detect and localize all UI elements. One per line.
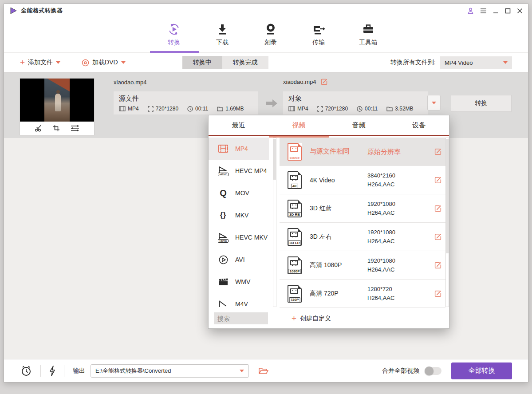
source-duration: 00:11: [187, 106, 208, 112]
output-label: 输出: [73, 367, 85, 375]
4k-badge-icon: 4K: [288, 171, 302, 189]
format-list-scrollbar[interactable]: [273, 138, 276, 307]
edit-preset-icon[interactable]: [434, 261, 442, 269]
output-format-value: MP4 Video: [445, 59, 473, 66]
tab-audio[interactable]: 音频: [329, 115, 389, 135]
format-list: MP4 HEVC HEVC MP4 Q MOV {}: [209, 138, 269, 307]
rename-edit-icon[interactable]: [320, 78, 328, 86]
tab-transfer-label: 传输: [300, 39, 337, 47]
output-path-dropdown[interactable]: [91, 364, 249, 378]
load-dvd-button[interactable]: 加载DVD: [82, 59, 126, 67]
tab-converted[interactable]: 转换完成: [222, 56, 268, 69]
plus-icon: +: [292, 315, 296, 322]
user-account-icon[interactable]: [467, 8, 474, 14]
divider: [40, 365, 41, 377]
format-item-hevc-mp4[interactable]: HEVC HEVC MP4: [209, 160, 269, 182]
convert-button[interactable]: 转换: [451, 95, 512, 112]
format-item-mov[interactable]: Q MOV: [209, 182, 269, 204]
preset-list-scrollbar[interactable]: [445, 138, 449, 307]
m4v-icon: [218, 300, 228, 307]
create-custom-label: 创建自定义: [300, 315, 331, 323]
menu-icon[interactable]: [480, 8, 487, 14]
preset-name: 高清 1080P: [310, 261, 367, 269]
app-logo-icon: [9, 7, 17, 15]
3d-rb-badge-icon: 3D RB: [288, 200, 302, 217]
create-custom-button[interactable]: + 创建自定义: [292, 315, 331, 323]
preset-name: 与源文件相同: [310, 147, 367, 156]
hevc-badge: HEVC: [218, 173, 229, 176]
minimize-icon[interactable]: [493, 8, 499, 14]
tab-video[interactable]: 视频: [269, 115, 329, 135]
target-resolution: 720*1280: [317, 106, 348, 112]
app-title: 全能格式转换器: [21, 7, 63, 15]
source-info-panel: 源文件 MP4 720*1280: [114, 91, 258, 114]
clock-icon: [357, 106, 363, 112]
maximize-icon[interactable]: [505, 8, 511, 14]
format-item-wmv[interactable]: WMV: [209, 271, 269, 293]
source-panel-title: 源文件: [119, 95, 253, 103]
chevron-down-icon: [503, 61, 508, 64]
convert-status-tabs: 转换中 转换完成: [182, 56, 268, 69]
preset-4k-video[interactable]: 4K 4K Video 3840*2160H264,AAC: [280, 166, 445, 194]
format-item-mp4[interactable]: MP4: [209, 138, 269, 160]
preset-specs: 1280*720H264,AAC: [367, 285, 425, 303]
format-search-input[interactable]: [214, 312, 268, 324]
tab-converting[interactable]: 转换中: [182, 56, 222, 69]
trim-scissors-icon[interactable]: [35, 125, 42, 132]
tab-burn[interactable]: 刻录: [252, 23, 289, 47]
format-picker-tabs: 最近 视频 音频 设备: [209, 115, 449, 136]
format-item-hevc-mkv[interactable]: HEVC HEVC MKV: [209, 226, 269, 248]
scrollbar-thumb[interactable]: [446, 139, 449, 253]
preset-hd-720p[interactable]: 720P 高清 720P 1280*720H264,AAC: [280, 280, 445, 308]
format-item-m4v[interactable]: M4V: [209, 293, 269, 307]
download-icon: [217, 23, 228, 35]
video-thumbnail-card: [20, 79, 94, 135]
preset-name: 3D 红蓝: [310, 205, 367, 213]
close-icon[interactable]: [517, 8, 523, 14]
target-panel-title: 对象: [288, 95, 422, 103]
preset-hd-1080p[interactable]: 1080P 高清 1080P 1920*1080H264,AAC: [280, 251, 445, 280]
edit-preset-icon[interactable]: [434, 148, 442, 156]
edit-preset-icon[interactable]: [434, 290, 442, 298]
convert-all-button[interactable]: 全部转换: [451, 362, 512, 379]
tab-burn-label: 刻录: [252, 39, 289, 47]
tab-download[interactable]: 下载: [204, 23, 241, 47]
target-format: MP4: [288, 106, 308, 112]
preset-3d-left-right[interactable]: 3D LR 3D 左右 1920*1080H264,AAC: [280, 223, 445, 251]
preset-3d-red-blue[interactable]: 3D RB 3D 红蓝 1920*1080H264,AAC: [280, 194, 445, 223]
edit-preset-icon[interactable]: [434, 176, 442, 184]
add-files-button[interactable]: + 添加文件: [20, 59, 60, 67]
tab-transfer[interactable]: 传输: [300, 23, 337, 47]
format-item-avi[interactable]: AVI: [209, 248, 269, 271]
open-folder-icon[interactable]: [259, 367, 268, 374]
preset-same-as-source[interactable]: source 与源文件相同 原始分辨率: [280, 138, 445, 166]
target-size: 3.52MB: [386, 106, 413, 112]
load-dvd-label: 加载DVD: [92, 59, 118, 67]
app-window: 全能格式转换器: [4, 4, 528, 382]
tab-convert-label: 转换: [155, 39, 193, 47]
adjust-effects-icon[interactable]: [71, 125, 79, 132]
format-item-mkv[interactable]: {} MKV: [209, 204, 269, 226]
format-picker-popup: 最近 视频 音频 设备 MP4: [208, 115, 449, 329]
output-format-dropdown[interactable]: MP4 Video: [440, 56, 512, 69]
scrollbar-thumb[interactable]: [273, 139, 276, 180]
tab-toolbox[interactable]: 工具箱: [350, 23, 387, 47]
edit-preset-icon[interactable]: [434, 205, 442, 213]
tab-convert[interactable]: 转换: [155, 23, 193, 47]
edit-preset-icon[interactable]: [434, 233, 442, 241]
crop-icon[interactable]: [53, 125, 60, 132]
merge-toggle[interactable]: [425, 367, 441, 375]
output-path-input[interactable]: [95, 367, 236, 374]
source-badge-icon: source: [288, 143, 302, 161]
dvd-icon: [82, 59, 89, 67]
tab-toolbox-label: 工具箱: [350, 39, 387, 47]
tab-device[interactable]: 设备: [389, 115, 449, 135]
target-format-dropdown-button[interactable]: [427, 95, 441, 110]
preset-specs: 3840*2160H264,AAC: [367, 171, 425, 189]
mkv-braces-icon: {}: [220, 211, 226, 219]
preset-specs: 1920*1080H264,AAC: [367, 228, 425, 246]
schedule-timer-icon[interactable]: [20, 365, 32, 377]
1080p-badge-icon: 1080P: [288, 256, 302, 274]
high-speed-icon[interactable]: [49, 366, 55, 376]
tab-recent[interactable]: 最近: [209, 115, 269, 135]
